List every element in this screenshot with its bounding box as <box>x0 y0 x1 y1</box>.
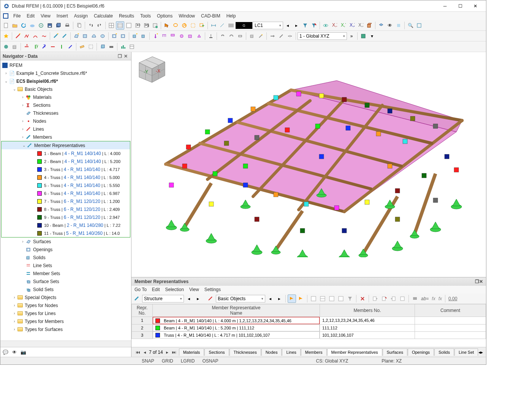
bp-menu-edit[interactable]: Edit <box>152 287 160 292</box>
view-y-icon[interactable]: X,Y <box>339 21 347 30</box>
cloud-icon[interactable] <box>28 21 36 30</box>
bp-precision-icon[interactable]: 0.00 <box>447 294 458 303</box>
copy-icon[interactable] <box>75 21 83 30</box>
bp-import-icon[interactable] <box>389 294 397 303</box>
tab-next-icon[interactable]: ▸ <box>165 350 170 355</box>
color-gray-icon[interactable] <box>227 21 235 30</box>
member-rep-item[interactable]: 6 - Truss | 4 - R_M1 140/140 | L : 6.987 <box>2 189 130 197</box>
menu-file[interactable]: File <box>10 13 24 19</box>
clip-icon[interactable] <box>87 43 95 51</box>
member-icon[interactable] <box>52 32 60 40</box>
view-iso-icon[interactable]: X,X <box>356 21 365 30</box>
support-fixed-icon[interactable] <box>207 32 215 40</box>
navigator-hscroll[interactable] <box>0 340 131 347</box>
solid-icon[interactable] <box>139 32 148 40</box>
load-misc-icon[interactable] <box>195 32 203 40</box>
bottom-tab[interactable]: Member Representatives <box>327 348 382 356</box>
bp-next2-icon[interactable]: ▸ <box>275 294 283 303</box>
bp-grid3-icon[interactable] <box>328 294 336 303</box>
bottom-dock-icon[interactable]: ❐ <box>475 279 479 284</box>
bp-menu-view[interactable]: View <box>189 287 199 292</box>
save-icon[interactable] <box>46 21 54 30</box>
view-3d[interactable]: -Y -X <box>131 52 486 277</box>
menu-tools[interactable]: Tools <box>137 13 154 19</box>
menu-options[interactable]: Options <box>154 13 176 19</box>
member-rep-item[interactable]: 3 - Truss | 4 - R_M1 140/140 | L : 4.717 <box>2 165 130 173</box>
filter-clear-icon[interactable] <box>310 21 318 30</box>
render-solid-icon[interactable] <box>2 43 10 51</box>
bp-combo-basic[interactable]: Basic Objects <box>216 295 265 302</box>
menu-help[interactable]: Help <box>223 13 239 19</box>
load-area-icon[interactable] <box>169 32 177 40</box>
rigid-icon[interactable] <box>236 32 244 40</box>
axis-y-icon[interactable]: y <box>31 43 40 51</box>
member-rep-item[interactable]: 7 - Truss | 6 - R_M1 120/120 | L : 1.200 <box>2 197 130 205</box>
member-rep-item[interactable]: 5 - Truss | 4 - R_M1 140/140 | L : 5.550 <box>2 181 130 189</box>
bp-export2-icon[interactable] <box>380 294 388 303</box>
bp-menu-selection[interactable]: Selection <box>165 287 184 292</box>
zoom-icon[interactable]: 🔍 <box>406 21 415 30</box>
menu-window[interactable]: Window <box>176 13 198 19</box>
bottom-tab[interactable]: Members <box>301 348 327 356</box>
select-arrow-icon[interactable] <box>163 21 171 30</box>
menu-assign[interactable]: Assign <box>71 13 91 19</box>
redo-icon[interactable] <box>95 21 104 30</box>
surface-rect-icon[interactable] <box>81 32 89 40</box>
extend-icon[interactable] <box>268 32 277 40</box>
copy-view-icon[interactable] <box>98 43 107 51</box>
saveall-icon[interactable] <box>54 21 63 30</box>
bp-sel1-icon[interactable] <box>288 294 296 303</box>
select-lasso-icon[interactable] <box>171 21 180 30</box>
bottom-tab[interactable]: Line Set <box>454 348 478 356</box>
solid-star-icon[interactable] <box>131 32 139 40</box>
bottom-tab[interactable]: Sections <box>204 348 229 356</box>
member-rep-item[interactable]: 4 - Truss | 4 - R_M1 140/140 | L : 5.000 <box>2 173 130 181</box>
refresh-icon[interactable] <box>19 21 28 30</box>
status-lgrid[interactable]: LGRID <box>179 358 197 364</box>
print-icon[interactable] <box>63 21 71 30</box>
expand-icon[interactable]: ⌄ <box>12 87 17 91</box>
expand-icon[interactable]: › <box>3 71 9 75</box>
load-mass-icon[interactable] <box>177 32 186 40</box>
script2-icon[interactable]: >sc <box>142 21 150 30</box>
bp-fx2-icon[interactable]: fx <box>437 294 443 303</box>
bp-edit-icon[interactable] <box>398 294 407 303</box>
wand-icon[interactable] <box>256 32 265 40</box>
addon-icon[interactable] <box>151 21 159 30</box>
grid3-icon[interactable] <box>125 21 133 30</box>
bp-display-icon[interactable] <box>411 294 419 303</box>
tabs-scroll-right-icon[interactable]: ▸ <box>481 350 483 355</box>
view-cube[interactable]: -Y -X <box>131 52 169 86</box>
tab-prev-icon[interactable]: ◂ <box>142 350 147 355</box>
tab-last-icon[interactable]: ⏭ <box>171 350 177 355</box>
release-icon[interactable] <box>227 32 236 40</box>
measure-icon[interactable] <box>78 43 86 51</box>
menu-calculate[interactable]: Calculate <box>91 13 116 19</box>
bp-menu-settings[interactable]: Settings <box>204 287 221 292</box>
bottom-table[interactable]: Repr. No. Member Representative Name Mem… <box>131 304 486 347</box>
status-grid[interactable]: GRID <box>160 358 176 364</box>
bottom-tab[interactable]: Solids <box>434 348 454 356</box>
bp-export1-icon[interactable] <box>371 294 379 303</box>
table-row[interactable]: 1Beam | 4 - R_M1 140/140 | L : 4.000 m |… <box>132 317 486 325</box>
lc-prev-icon[interactable]: ◂ <box>283 21 292 30</box>
load-line-icon[interactable] <box>160 32 168 40</box>
navigator-close-icon[interactable]: ✕ <box>123 53 129 59</box>
bottom-tab[interactable]: Thicknesses <box>230 348 261 356</box>
select-all-icon[interactable]: A <box>180 21 188 30</box>
bottom-tab[interactable]: Lines <box>282 348 300 356</box>
bp-next-icon[interactable]: ▸ <box>194 294 202 303</box>
bp-del-icon[interactable] <box>358 294 367 303</box>
bp-fx1-icon[interactable]: fx <box>431 294 436 303</box>
member-rep-item[interactable]: 8 - Truss | 6 - R_M1 120/120 | L : 2.409 <box>2 205 130 213</box>
navigator-tree[interactable]: RFEM ›📄Example 1_Concrete Structure.rf6*… <box>0 60 131 340</box>
cube-small-icon[interactable] <box>248 32 256 40</box>
cs-more-icon[interactable]: » <box>347 32 356 40</box>
navigator-dock-icon[interactable]: ❐ <box>117 53 123 59</box>
settings-icon[interactable] <box>37 21 45 30</box>
table-row[interactable]: 2Beam | 4 - R_M1 140/140 | L : 5.200 m |… <box>132 324 486 331</box>
load-solid-icon[interactable] <box>186 32 195 40</box>
calc-more-icon[interactable]: ▾ <box>368 32 376 40</box>
menu-edit[interactable]: Edit <box>24 13 38 19</box>
new-icon[interactable] <box>2 21 10 30</box>
